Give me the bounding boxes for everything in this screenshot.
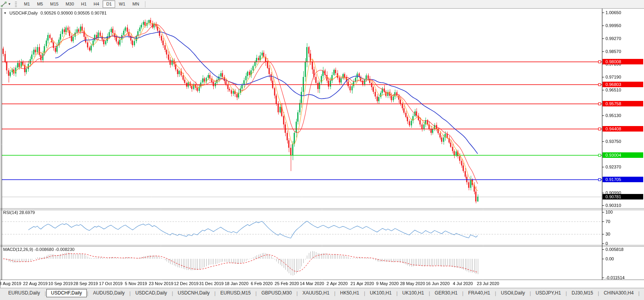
tab-uk100-h1[interactable]: UK100,H1 xyxy=(398,289,428,297)
tool-dropdown-caret-icon[interactable]: ▼ xyxy=(8,2,11,6)
timeframe-button-m15[interactable]: M15 xyxy=(46,0,62,8)
trading-terminal-window: ▼ M1M5M15M30H1H4D1W1MN ▼ USDCHF,Daily 0.… xyxy=(0,0,644,300)
tab-usoil-daily[interactable]: USOil,Daily xyxy=(497,289,529,297)
tab-usdcad-daily[interactable]: USDCAD,Daily xyxy=(131,289,171,297)
tab-eurusd-daily[interactable]: EURUSD,Daily xyxy=(4,289,44,297)
timeframe-button-m30[interactable]: M30 xyxy=(62,0,77,8)
tab-china300-h4[interactable]: CHINA300,H4 xyxy=(600,289,638,297)
toolbar-grip[interactable] xyxy=(15,2,17,7)
tab-fra40-h1[interactable]: FRA40,H1 xyxy=(464,289,494,297)
tab-hk50-h1[interactable]: HK50,H1 xyxy=(336,289,364,297)
price-chart-canvas[interactable] xyxy=(0,0,644,300)
collapse-caret-icon[interactable]: ▼ xyxy=(4,11,7,15)
rsi-indicator-label: RSI(14) 28.6979 xyxy=(3,210,35,215)
timeframe-button-d1[interactable]: D1 xyxy=(103,0,115,8)
timeframe-button-h1[interactable]: H1 xyxy=(77,0,90,8)
timeframe-button-w1[interactable]: W1 xyxy=(115,0,129,8)
timeframe-toolbar: ▼ M1M5M15M30H1H4D1W1MN xyxy=(0,0,644,9)
tab-eurusd-m15[interactable]: EURUSD,M15 xyxy=(216,289,255,297)
tab-uk100-h1[interactable]: UK100,H1 xyxy=(365,289,396,297)
toolbar-separator xyxy=(145,1,145,7)
tab-audusd-daily[interactable]: AUDUSD,Daily xyxy=(89,289,129,297)
tab-usdchf-daily[interactable]: USDCHF,Daily xyxy=(46,289,87,297)
chart-tabs-bar: EURUSD,Daily|USDCHF,Daily|AUDUSD,Daily|U… xyxy=(0,288,644,300)
timeframe-button-m1[interactable]: M1 xyxy=(20,0,33,8)
tab-xauusd-h1[interactable]: XAUUSD,H1 xyxy=(298,289,334,297)
chart-title: ▼ USDCHF,Daily 0.90526 0.90900 0.90505 0… xyxy=(4,11,106,15)
tab-ger30-h1[interactable]: GER30,H1 xyxy=(430,289,462,297)
chart-ohlc-values: 0.90526 0.90900 0.90505 0.90781 xyxy=(40,11,106,15)
tab-usdcnh-daily[interactable]: USDCNH,Daily xyxy=(173,289,214,297)
chart-symbol-period: USDCHF,Daily xyxy=(9,11,38,15)
timeframe-button-h4[interactable]: H4 xyxy=(90,0,103,8)
tab-dj30-m15[interactable]: DJ30,M15 xyxy=(567,289,598,297)
tab-gbpusd-m30[interactable]: GBPUSD,M30 xyxy=(257,289,296,297)
tab-usoil-h4[interactable]: USOil,H4 xyxy=(640,289,644,297)
line-tool-icon[interactable] xyxy=(1,2,7,7)
tab-usdjpy-h1[interactable]: USDJPY,H1 xyxy=(531,289,565,297)
timeframe-button-m5[interactable]: M5 xyxy=(33,0,46,8)
timeframe-button-mn[interactable]: MN xyxy=(129,0,143,8)
macd-indicator-label: MACD(12,26,9) -0.008680 -0.008230 xyxy=(3,247,75,252)
